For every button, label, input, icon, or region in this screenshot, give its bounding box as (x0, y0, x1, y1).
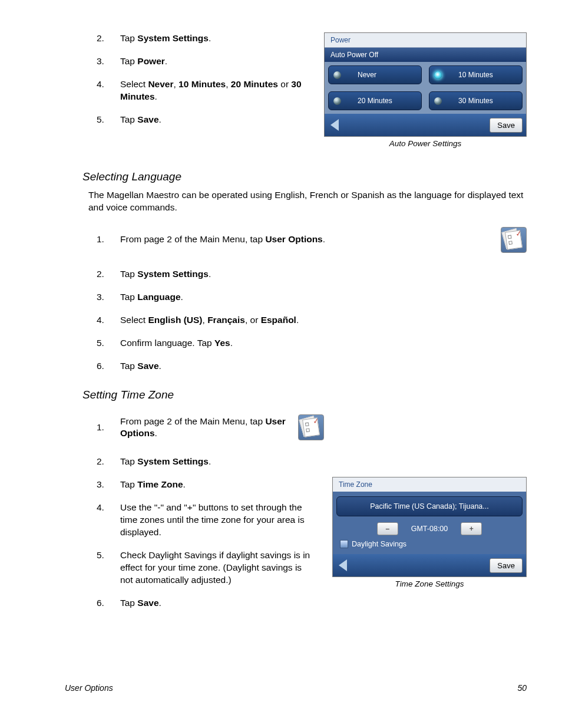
tz-gmt: GMT-08:00 (411, 525, 448, 533)
daylight-savings-checkbox[interactable] (340, 540, 348, 548)
tz-title: Time Zone (333, 477, 526, 492)
power-subtitle: Auto Power Off (325, 48, 526, 62)
instruction-step: 1.From page 2 of the Main Menu, tap User… (97, 227, 527, 253)
instruction-step: 2.Tap System Settings. (97, 268, 527, 281)
language-heading: Selecting Language (82, 170, 527, 183)
daylight-savings-label: Daylight Savings (352, 540, 406, 548)
instruction-step: 4.Select English (US), Français, or Espa… (97, 314, 527, 327)
radio-icon (434, 71, 442, 79)
back-icon[interactable] (330, 119, 339, 131)
auto-power-caption: Auto Power Settings (324, 139, 527, 148)
tz-zone: Pacific Time (US Canada); Tijuana... (336, 496, 523, 516)
user-options-icon (298, 414, 324, 440)
user-options-icon (501, 227, 527, 253)
radio-icon (333, 97, 341, 105)
save-button[interactable]: Save (490, 118, 523, 133)
power-option[interactable]: 20 Minutes (328, 91, 422, 110)
instruction-step: 2.Tap System Settings. (97, 456, 324, 468)
instruction-step: 1.From page 2 of the Main Menu, tap User… (97, 414, 324, 440)
language-intro: The Magellan Maestro can be operated usi… (88, 189, 527, 214)
power-option[interactable]: Never (328, 65, 422, 84)
timezone-heading: Setting Time Zone (82, 388, 527, 401)
radio-icon (434, 97, 442, 105)
timezone-screenshot: Time Zone Pacific Time (US Canada); Tiju… (332, 477, 527, 577)
instruction-step: 4.Select Never, 10 Minutes, 20 Minutes o… (97, 78, 316, 103)
instruction-step: 5.Check Daylight Savings if daylight sav… (97, 549, 324, 587)
instruction-step: 3.Tap Language. (97, 291, 527, 304)
tz-minus-button[interactable]: – (377, 522, 398, 535)
save-button[interactable]: Save (490, 558, 523, 573)
instruction-step: 5.Confirm language. Tap Yes. (97, 337, 527, 350)
radio-icon (333, 71, 341, 79)
power-option[interactable]: 30 Minutes (429, 91, 523, 110)
power-option[interactable]: 10 Minutes (429, 65, 523, 84)
back-icon[interactable] (339, 559, 347, 571)
instruction-step: 3.Tap Power. (97, 55, 316, 68)
auto-power-screenshot: Power Auto Power Off Never10 Minutes20 M… (324, 32, 527, 137)
instruction-step: 6.Tap Save. (97, 597, 324, 610)
timezone-caption: Time Zone Settings (332, 579, 527, 588)
footer-section: User Options (65, 683, 113, 693)
instruction-step: 4.Use the "-" and "+" buttons to set thr… (97, 502, 324, 539)
instruction-step: 2.Tap System Settings. (97, 32, 316, 45)
instruction-step: 6.Tap Save. (97, 360, 527, 373)
instruction-step: 3.Tap Time Zone. (97, 479, 324, 491)
tz-plus-button[interactable]: + (461, 522, 482, 535)
power-title: Power (325, 33, 526, 48)
page-number: 50 (517, 683, 527, 693)
instruction-step: 5.Tap Save. (97, 114, 316, 126)
